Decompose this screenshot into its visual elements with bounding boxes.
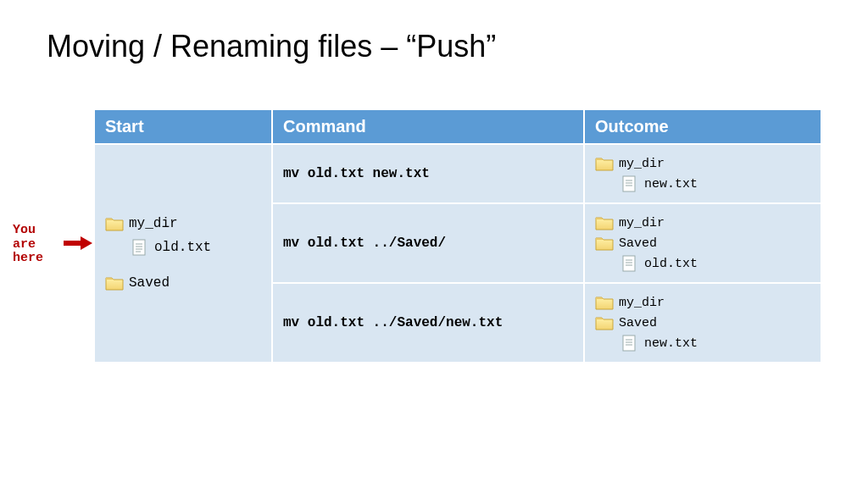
file-label: old.txt (154, 240, 211, 255)
folder-icon (595, 314, 614, 331)
svg-marker-0 (64, 236, 92, 250)
arrow-right-icon (64, 236, 92, 250)
folder-icon (595, 294, 614, 311)
col-header-command: Command (272, 109, 584, 144)
start-tree: my_dir old.txt Saved (105, 212, 261, 295)
mv-examples-table: Start Command Outcome my_dir old.txt Sav… (93, 108, 821, 363)
you-are-here-label: You are here (13, 224, 43, 266)
file-icon (131, 239, 149, 256)
outcome-cell: my_dir new.txt (584, 144, 821, 203)
command-cell: mv old.txt ../Saved/ (272, 203, 584, 283)
outcome-cell: my_dir Saved new.txt (584, 283, 821, 363)
command-cell: mv old.txt new.txt (272, 144, 584, 203)
file-icon (620, 255, 639, 272)
table-row: my_dir old.txt Saved mv old.txt new.txt … (94, 144, 821, 203)
svg-rect-1 (133, 240, 145, 255)
col-header-start: Start (94, 109, 272, 144)
col-header-outcome: Outcome (584, 109, 821, 144)
file-icon (620, 335, 639, 352)
folder-label: Saved (129, 275, 170, 291)
folder-label: my_dir (129, 216, 178, 231)
file-icon (620, 175, 639, 192)
folder-icon (595, 155, 614, 172)
slide-title: Moving / Renaming files – “Push” (47, 29, 496, 64)
folder-icon (105, 274, 124, 291)
svg-rect-10 (623, 256, 635, 271)
folder-icon (595, 214, 614, 231)
command-cell: mv old.txt ../Saved/new.txt (272, 283, 584, 363)
svg-rect-6 (623, 176, 635, 191)
outcome-cell: my_dir Saved old.txt (584, 203, 821, 283)
folder-icon (595, 235, 614, 252)
folder-icon (105, 215, 124, 232)
svg-rect-14 (623, 336, 635, 351)
